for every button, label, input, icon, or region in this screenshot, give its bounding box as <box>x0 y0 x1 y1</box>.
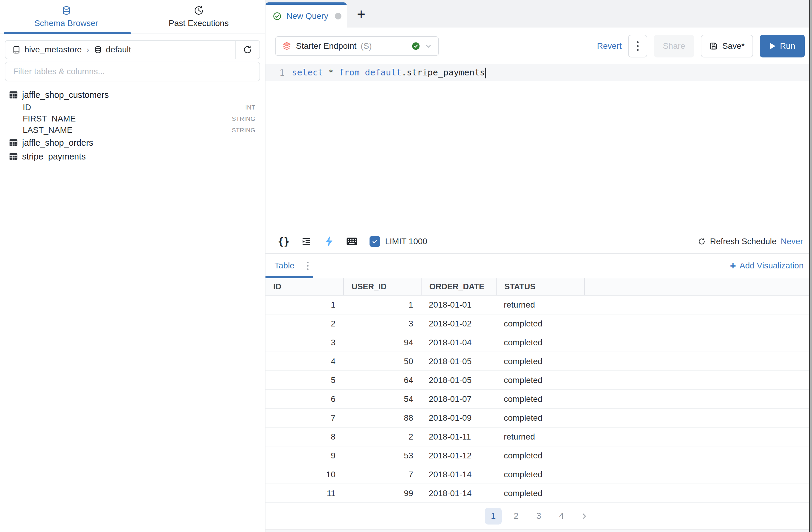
table-cell: 8 <box>265 428 343 446</box>
main-panel: New Query + Starter Endpoint (S) <box>265 0 812 532</box>
tree-column[interactable]: ID INT <box>0 102 265 113</box>
tree-column[interactable]: LAST_NAME STRING <box>0 125 265 136</box>
catalog-icon <box>12 45 21 54</box>
table-cell: 10 <box>265 465 343 484</box>
table-cell-filler <box>584 428 812 446</box>
endpoint-selector[interactable]: Starter Endpoint (S) <box>275 36 439 56</box>
plus-icon: + <box>730 260 736 272</box>
table-cell: 5 <box>265 371 343 389</box>
table-cell: 1 <box>343 296 421 314</box>
refresh-schedule-value[interactable]: Never <box>781 237 803 246</box>
tree-table[interactable]: jaffle_shop_orders <box>0 136 265 150</box>
table-name: jaffle_shop_orders <box>22 138 93 148</box>
tree-table[interactable]: stripe_payments <box>0 150 265 163</box>
table-cell-filler <box>584 484 812 502</box>
editor-toolbar: {} <box>265 230 812 253</box>
sql-editor[interactable]: 1 select * from default.stripe_payments <box>265 64 812 230</box>
filter-input[interactable] <box>5 62 260 81</box>
refresh-schema-button[interactable] <box>235 41 260 59</box>
table-icon <box>9 139 18 147</box>
table-cell-filler <box>584 333 812 352</box>
add-visualization-button[interactable]: + Add Visualization <box>730 260 803 272</box>
page-button[interactable]: 2 <box>508 508 524 524</box>
schema-breadcrumb-bar: hive_metastore › default <box>5 40 260 59</box>
tree-table[interactable]: jaffle_shop_customers <box>0 88 265 102</box>
sql-token <box>323 67 328 78</box>
run-button[interactable]: Run <box>760 35 805 57</box>
keyboard-shortcuts-button[interactable] <box>345 235 359 248</box>
tab-new-query[interactable]: New Query <box>265 2 347 28</box>
line-number: 1 <box>265 68 292 78</box>
autocomplete-toggle-button[interactable] <box>300 235 313 248</box>
history-clock-icon <box>194 5 204 16</box>
refresh-schedule-label: Refresh Schedule <box>710 237 777 246</box>
table-cell: 2 <box>343 428 421 446</box>
breadcrumb-separator: › <box>86 45 89 54</box>
pagination: 1234 <box>265 503 812 529</box>
query-tab-bar: New Query + <box>265 0 812 28</box>
save-button[interactable]: Save* <box>701 35 753 57</box>
limit-label: LIMIT 1000 <box>385 237 427 246</box>
table-cell: returned <box>496 428 584 446</box>
table-cell: returned <box>496 296 584 314</box>
table-cell: 99 <box>343 484 421 502</box>
table-cell-filler <box>584 465 812 484</box>
filter-box <box>5 62 260 81</box>
tab-schema-browser[interactable]: Schema Browser <box>0 0 132 33</box>
column-type: INT <box>245 104 255 111</box>
column-header[interactable]: ORDER_DATE <box>421 278 496 295</box>
sidebar: Schema Browser Past Executions <box>0 0 265 532</box>
table-cell: completed <box>496 484 584 502</box>
table-tab-menu-button[interactable] <box>305 260 310 272</box>
page-button[interactable]: 1 <box>485 508 502 524</box>
limit-toggle[interactable]: LIMIT 1000 <box>369 236 427 247</box>
table-cell: 6 <box>265 390 343 408</box>
table-icon <box>9 152 18 161</box>
table-row: 7882018-01-09completed <box>265 409 812 428</box>
more-actions-button[interactable] <box>628 35 647 57</box>
breadcrumb[interactable]: hive_metastore › default <box>5 45 235 54</box>
tab-past-executions[interactable]: Past Executions <box>132 0 265 33</box>
table-cell: completed <box>496 333 584 352</box>
table-cell: 2018-01-05 <box>421 371 496 389</box>
run-button-label: Run <box>780 41 795 51</box>
share-button[interactable]: Share <box>654 35 694 57</box>
table-cell: 2018-01-09 <box>421 409 496 427</box>
table-cell: completed <box>496 314 584 333</box>
sql-token: * <box>328 67 333 78</box>
column-header[interactable]: USER_ID <box>343 278 421 295</box>
results-header: Table + Add Visualization <box>265 254 812 278</box>
keyboard-icon <box>346 237 358 246</box>
window-edge-scrollbar[interactable] <box>809 0 812 532</box>
page-button[interactable]: 4 <box>553 508 570 524</box>
table-cell: completed <box>496 446 584 465</box>
text-cursor <box>485 68 486 79</box>
table-cell: 1 <box>265 296 343 314</box>
table-row: 11992018-01-14completed <box>265 484 812 503</box>
column-header-filler <box>584 278 812 295</box>
table-cell-filler <box>584 352 812 370</box>
table-cell: completed <box>496 409 584 427</box>
column-header[interactable]: STATUS <box>496 278 584 295</box>
table-row: 9532018-01-12completed <box>265 446 812 465</box>
table-icon <box>9 91 18 99</box>
table-cell: 64 <box>343 371 421 389</box>
revert-button[interactable]: Revert <box>597 41 622 51</box>
tree-column[interactable]: FIRST_NAME STRING <box>0 113 265 125</box>
column-header[interactable]: ID <box>265 278 343 295</box>
page-button[interactable]: 3 <box>531 508 547 524</box>
snippets-button[interactable] <box>322 235 336 248</box>
table-row: 232018-01-02completed <box>265 314 812 333</box>
next-page-button[interactable] <box>576 508 593 524</box>
table-cell: 2018-01-04 <box>421 333 496 352</box>
endpoint-size: (S) <box>361 41 372 51</box>
breadcrumb-catalog[interactable]: hive_metastore <box>25 45 82 54</box>
format-query-button[interactable]: {} <box>277 235 291 248</box>
breadcrumb-schema[interactable]: default <box>106 45 131 54</box>
play-icon <box>769 42 776 50</box>
tab-table-visualization[interactable]: Table <box>274 261 294 270</box>
new-tab-button[interactable]: + <box>347 0 376 28</box>
sql-token: select <box>292 67 323 78</box>
limit-checkbox[interactable] <box>369 236 380 247</box>
save-floppy-icon <box>709 42 718 51</box>
